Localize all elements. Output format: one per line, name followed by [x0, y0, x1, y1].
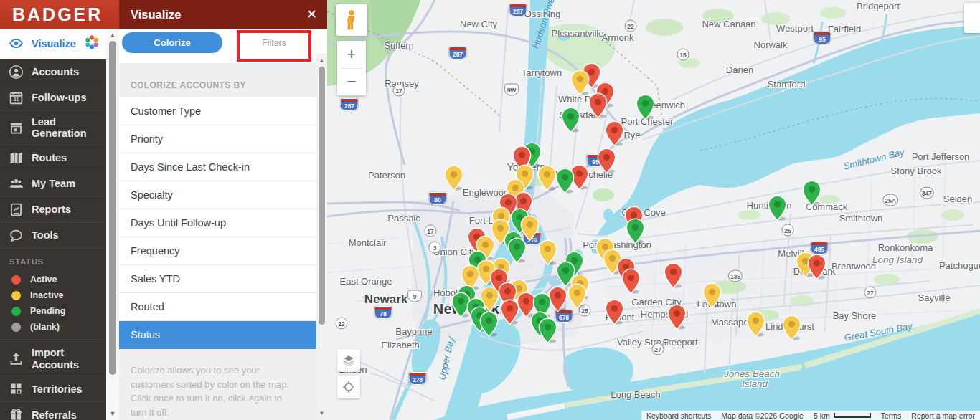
panel-scrollbar-thumb[interactable] — [319, 67, 325, 325]
zoom-out-button[interactable]: − — [337, 69, 366, 96]
account-pin-pending[interactable] — [479, 311, 499, 340]
account-pin-inactive[interactable] — [702, 282, 722, 312]
sidebar-item-my-team[interactable]: My Team — [0, 171, 106, 197]
sidebar-item-follow-ups[interactable]: 31Follow-ups — [0, 85, 106, 111]
close-icon[interactable]: ✕ — [306, 8, 317, 21]
colorize-option-status[interactable]: Status — [119, 321, 316, 349]
account-pin-pending[interactable] — [768, 195, 787, 224]
account-pin-active[interactable] — [667, 304, 687, 333]
report-map-error-link[interactable]: Report a map error — [906, 411, 980, 420]
layers-icon — [341, 353, 356, 368]
sidebar-item-label: Tools — [32, 229, 59, 242]
zoom-in-button[interactable]: + — [337, 41, 366, 68]
colorize-dots-icon — [85, 35, 99, 52]
sidebar-item-label: Follow-ups — [32, 92, 87, 104]
sidebar-item-reports[interactable]: Reports — [0, 197, 106, 223]
sidebar-item-label: Visualize — [32, 38, 76, 50]
scale-label: 5 km — [814, 411, 830, 420]
account-pin-pending[interactable] — [561, 107, 580, 136]
sidebar-item-label: Import Accounts — [32, 347, 102, 371]
colorize-option-frequency[interactable]: Frequency — [119, 237, 316, 265]
account-pin-active[interactable] — [500, 299, 519, 328]
account-pin-active[interactable] — [605, 299, 624, 328]
recenter-button[interactable] — [337, 376, 360, 398]
colorize-option-customer-type[interactable]: Customer Type — [119, 97, 316, 125]
status-section-header: STATUS — [0, 249, 106, 272]
layers-button[interactable] — [337, 349, 360, 372]
colorize-option-priority[interactable]: Priority — [119, 125, 316, 153]
sidebar-item-referrals[interactable]: Referrals — [0, 402, 106, 420]
sidebar-item-label: Reports — [32, 204, 71, 216]
account-pin-active[interactable] — [605, 120, 624, 150]
sidebar-item-lead-generation[interactable]: Lead Generation — [0, 111, 106, 145]
sidebar-scrollbar[interactable]: ▲ ▼ — [106, 29, 119, 420]
panel-tabs: Colorize Filters — [119, 29, 327, 63]
account-pin-pending[interactable] — [538, 318, 557, 347]
sidebar-item-label: Referrals — [32, 409, 77, 420]
status-legend-Inactive: Inactive — [0, 287, 106, 303]
calendar-icon: 31 — [9, 90, 24, 105]
sidebar-item-routes[interactable]: Routes — [0, 145, 106, 171]
colorize-description: Colorize allows you to see your customer… — [119, 349, 316, 419]
map-icon — [9, 151, 24, 166]
zoom-control: + − — [337, 41, 366, 95]
status-dot-icon — [11, 307, 21, 316]
scroll-down-icon[interactable]: ▼ — [106, 409, 119, 419]
account-pin-pending[interactable] — [555, 168, 575, 197]
map-attribution: Keyboard shortcuts Map data ©2026 Google… — [641, 411, 980, 420]
scroll-up-icon[interactable]: ▲ — [316, 56, 327, 66]
map-side-control[interactable] — [964, 3, 980, 33]
account-pin-inactive[interactable] — [444, 165, 463, 194]
sidebar-item-label: Territories — [32, 383, 83, 396]
account-pin-active[interactable] — [588, 92, 608, 122]
account-pin-pending[interactable] — [802, 180, 821, 209]
panel-header: Visualize ✕ — [119, 0, 327, 29]
account-pin-pending[interactable] — [626, 218, 645, 247]
colorize-option-days-since-last-check-in[interactable]: Days Since Last Check-in — [119, 153, 316, 181]
account-pin-inactive[interactable] — [537, 165, 557, 194]
report-icon — [9, 202, 24, 217]
map-canvas[interactable]: New CityOssiningPleasantvilleArmonkBridg… — [327, 0, 980, 420]
account-pin-inactive[interactable] — [746, 311, 765, 340]
account-pin-inactive[interactable] — [570, 70, 590, 99]
tab-colorize[interactable]: Colorize — [122, 32, 222, 53]
storefront-icon — [9, 120, 24, 135]
account-pin-inactive[interactable] — [567, 283, 587, 312]
colorize-options-list: Customer TypePriorityDays Since Last Che… — [119, 97, 316, 349]
tab-filters[interactable]: Filters — [245, 35, 303, 51]
account-pin-active[interactable] — [664, 262, 683, 292]
colorize-option-specialty[interactable]: Specialty — [119, 181, 316, 209]
status-label: Active — [30, 275, 57, 285]
eye-icon — [9, 36, 24, 51]
sidebar-item-import-accounts[interactable]: Import Accounts — [0, 342, 106, 376]
account-pin-pending[interactable] — [636, 94, 655, 123]
panel-body: COLORIZE ACCOUNTS BY Customer TypePriori… — [119, 63, 316, 420]
gift-icon — [9, 407, 24, 420]
keyboard-shortcuts-link[interactable]: Keyboard shortcuts — [641, 411, 716, 420]
pegman-button[interactable] — [336, 4, 367, 36]
sidebar-scrollbar-thumb[interactable] — [109, 41, 116, 375]
map-pins-layer — [327, 0, 980, 420]
account-pin-inactive[interactable] — [538, 239, 557, 269]
sidebar-item-territories[interactable]: Territories — [0, 376, 106, 402]
colorize-option-days-until-follow-up[interactable]: Days Until Follow-up — [119, 209, 316, 237]
account-pin-active[interactable] — [807, 254, 826, 283]
map-scale: 5 km — [809, 411, 876, 420]
account-pin-active[interactable] — [621, 268, 641, 297]
status-legend-Active: Active — [0, 272, 106, 287]
scroll-up-icon[interactable]: ▲ — [106, 30, 119, 40]
sidebar-item-visualize[interactable]: Visualize — [0, 29, 106, 59]
terms-link[interactable]: Terms — [876, 411, 907, 420]
panel-scrollbar[interactable]: ▲ ▼ — [316, 54, 327, 420]
status-label: Pending — [30, 306, 65, 316]
account-pin-active[interactable] — [597, 148, 616, 177]
scroll-down-icon[interactable]: ▼ — [316, 409, 327, 419]
colorize-option-sales-ytd[interactable]: Sales YTD — [119, 265, 316, 293]
sidebar-nav: VisualizeAccounts31Follow-upsLead Genera… — [0, 29, 106, 420]
status-dot-icon — [11, 291, 21, 300]
panel-title: Visualize — [131, 8, 181, 22]
sidebar-item-accounts[interactable]: Accounts — [0, 59, 106, 85]
sidebar-item-tools[interactable]: Tools — [0, 223, 106, 249]
colorize-option-routed[interactable]: Routed — [119, 293, 316, 321]
account-pin-inactive[interactable] — [782, 315, 801, 344]
